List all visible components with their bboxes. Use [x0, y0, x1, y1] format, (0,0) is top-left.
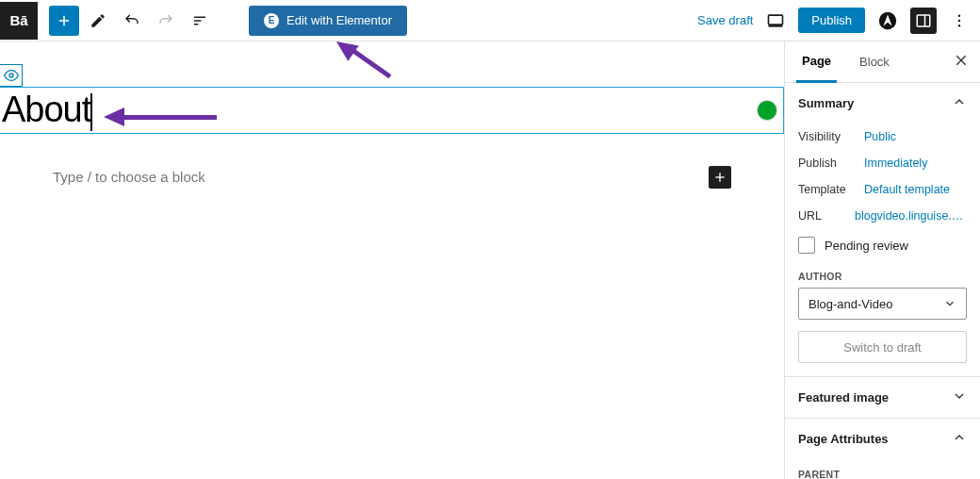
block-placeholder-text[interactable]: Type / to choose a block	[53, 169, 709, 185]
template-label: Template	[798, 183, 864, 196]
plus-icon	[56, 12, 73, 29]
publish-date-label: Publish	[798, 157, 864, 170]
url-value[interactable]: blogvideo.linguise.com…	[855, 209, 967, 223]
page-attributes-panel: Page Attributes PARENT	[785, 419, 980, 479]
eye-icon	[4, 68, 19, 83]
toolbar-left-group: E Edit with Elementor	[38, 6, 407, 36]
svg-rect-5	[769, 15, 783, 25]
inline-add-block-button[interactable]	[709, 166, 731, 189]
summary-panel: Summary Visibility Public Publish Immedi…	[785, 83, 980, 377]
preview-visibility-tab[interactable]	[0, 64, 23, 87]
grammarly-badge-icon[interactable]	[757, 100, 777, 121]
featured-image-heading: Featured image	[798, 390, 889, 405]
chevron-up-icon	[952, 430, 967, 448]
more-vertical-icon	[951, 12, 968, 29]
post-title-input[interactable]: About	[2, 88, 111, 131]
url-row: URL blogvideo.linguise.com…	[798, 203, 967, 229]
featured-image-panel: Featured image	[785, 377, 980, 419]
edit-with-elementor-button[interactable]: E Edit with Elementor	[249, 6, 407, 36]
publish-label: Publish	[811, 13, 852, 27]
save-draft-link[interactable]: Save draft	[697, 13, 753, 27]
svg-point-13	[9, 74, 13, 77]
pending-review-checkbox[interactable]	[798, 237, 815, 254]
astra-settings-button[interactable]	[874, 8, 901, 34]
summary-heading: Summary	[798, 96, 854, 110]
svg-rect-8	[917, 15, 930, 26]
featured-image-toggle[interactable]: Featured image	[785, 377, 980, 418]
text-caret	[90, 93, 92, 131]
svg-point-11	[958, 19, 960, 21]
template-row: Template Default template	[798, 176, 967, 203]
astra-icon	[877, 10, 898, 31]
add-block-toggle[interactable]	[49, 6, 79, 36]
pending-review-label: Pending review	[825, 239, 908, 253]
publish-row: Publish Immediately	[798, 150, 967, 176]
chevron-down-icon	[943, 297, 956, 310]
author-value: Blog-and-Video	[808, 297, 892, 311]
pending-review-row[interactable]: Pending review	[798, 229, 967, 261]
tab-page-label: Page	[802, 54, 831, 68]
visibility-row: Visibility Public	[798, 124, 967, 150]
visibility-value[interactable]: Public	[864, 130, 896, 143]
page-attributes-heading: Page Attributes	[798, 432, 889, 446]
close-icon	[954, 53, 969, 68]
switch-to-draft-button[interactable]: Switch to draft	[798, 331, 967, 363]
plus-icon	[712, 170, 727, 185]
default-block-row: Type / to choose a block	[53, 166, 731, 189]
tab-block[interactable]: Block	[854, 41, 895, 83]
elementor-logo-icon: E	[264, 13, 279, 28]
preview-button[interactable]	[762, 8, 789, 34]
site-logo[interactable]: Bā	[0, 2, 38, 40]
document-outline-button[interactable]	[185, 6, 215, 36]
logo-text: Bā	[9, 12, 27, 28]
redo-button[interactable]	[151, 6, 181, 36]
publish-date-value[interactable]: Immediately	[864, 157, 927, 170]
edit-tool-button[interactable]	[83, 6, 113, 36]
settings-sidebar-toggle[interactable]	[910, 8, 937, 34]
parent-heading: PARENT	[798, 459, 967, 479]
page-attributes-body: PARENT	[785, 459, 980, 479]
undo-icon	[123, 12, 140, 29]
list-view-icon	[191, 12, 208, 29]
sidebar-tabs: Page Block	[785, 41, 980, 83]
redo-icon	[157, 12, 174, 29]
author-select[interactable]: Blog-and-Video	[798, 288, 967, 320]
post-title-text: About	[2, 90, 90, 129]
url-label: URL	[798, 209, 855, 223]
switch-to-draft-label: Switch to draft	[843, 340, 921, 355]
editor-canvas: About Type / to choose a block	[0, 41, 784, 479]
template-value[interactable]: Default template	[864, 183, 950, 196]
tab-block-label: Block	[859, 55, 890, 69]
elementor-label: Edit with Elementor	[286, 13, 392, 27]
summary-panel-toggle[interactable]: Summary	[785, 83, 980, 124]
author-heading: AUTHOR	[798, 261, 967, 288]
tab-page[interactable]: Page	[796, 41, 837, 83]
publish-button[interactable]: Publish	[798, 8, 865, 33]
close-sidebar-button[interactable]	[954, 53, 969, 72]
sidebar-icon	[915, 12, 932, 29]
desktop-icon	[766, 11, 785, 30]
page-attributes-toggle[interactable]: Page Attributes	[785, 419, 980, 459]
summary-panel-body: Visibility Public Publish Immediately Te…	[785, 124, 980, 376]
undo-button[interactable]	[117, 6, 147, 36]
top-toolbar: Bā E Edit with Elementor Save draft Publ…	[0, 0, 980, 41]
settings-sidebar: Page Block Summary Visibility Public Pub…	[784, 41, 980, 479]
svg-point-10	[958, 14, 960, 16]
svg-point-12	[958, 25, 960, 26]
visibility-label: Visibility	[798, 130, 864, 143]
chevron-up-icon	[952, 94, 967, 112]
pencil-icon	[90, 12, 106, 29]
chevron-down-icon	[952, 388, 967, 406]
post-title-block[interactable]: About	[0, 87, 784, 134]
options-menu-button[interactable]	[946, 8, 972, 34]
toolbar-right-group: Save draft Publish	[697, 8, 972, 34]
